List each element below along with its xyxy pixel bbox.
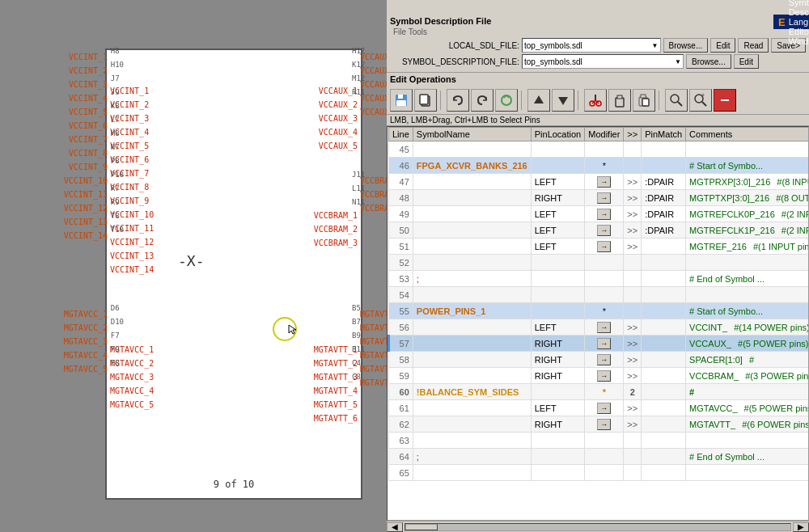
cell-modifier: → — [585, 206, 624, 222]
cell-comments: VCCAUX_#(5 POWER pins) — [686, 336, 809, 352]
cell-pinmatch — [642, 433, 686, 449]
up-toolbar-btn[interactable] — [527, 89, 550, 112]
redo-toolbar-btn[interactable] — [471, 89, 493, 112]
undo-toolbar-btn[interactable] — [447, 89, 469, 112]
local-sdl-edit-btn[interactable]: Edit — [710, 38, 735, 53]
table-row[interactable]: 52 — [389, 255, 810, 271]
scroll-thumb[interactable] — [405, 524, 438, 530]
svg-point-18 — [671, 95, 679, 103]
table-row[interactable]: 63 — [389, 433, 810, 449]
cell-symname — [413, 336, 531, 352]
cell-gtgt — [624, 141, 642, 158]
table-row[interactable]: 56LEFT→>>VCCINT_#(14 POWER pins) — [389, 319, 810, 336]
local-sdl-read-btn[interactable]: Read — [738, 38, 769, 53]
schematic-area: -X- 9 of 10 VCCINT_1 VCCINT_2 VCCINT_3 V… — [0, 0, 387, 532]
modifier-arrow-btn[interactable]: → — [597, 370, 611, 382]
table-row[interactable]: 55POWER_PINS_1*# Start of Symbo... — [389, 303, 810, 319]
modifier-arrow-btn[interactable]: → — [597, 241, 611, 252]
save-toolbar-btn[interactable] — [390, 89, 413, 112]
col-gtgt[interactable]: >> — [624, 128, 642, 141]
cell-pinmatch — [642, 368, 686, 384]
search-toolbar-btn[interactable] — [665, 89, 688, 112]
cell-modifier — [585, 271, 624, 287]
table-row[interactable]: 58RIGHT→>>SPACER[1:0]# — [389, 352, 810, 368]
cell-pinmatch — [642, 319, 686, 336]
refresh-toolbar-btn[interactable] — [495, 89, 518, 112]
table-row[interactable]: 61LEFT→>>MGTAVCC_#(5 POWER pins) — [389, 400, 810, 416]
table-row[interactable]: 57RIGHT→>>VCCAUX_#(5 POWER pins) — [389, 336, 810, 352]
sym-desc-label: SYMBOL_DESCRIPTION_FILE: — [390, 57, 519, 66]
cell-modifier — [585, 287, 624, 303]
svg-line-19 — [678, 102, 682, 106]
h-scrollbar[interactable]: ◀ ▶ — [387, 521, 809, 532]
table-row[interactable]: 47LEFT→>>:DPAIRMGTPRXP[3:0]_216#(8 INPUT… — [389, 174, 810, 190]
sym-desc-input[interactable]: top_symbols.sdl — [522, 54, 684, 69]
svg-marker-7 — [558, 97, 568, 105]
paste1-toolbar-btn[interactable] — [608, 89, 631, 112]
toolbar-sep-3 — [578, 91, 581, 110]
paste2-toolbar-btn[interactable] — [633, 89, 655, 112]
cell-line: 59 — [389, 368, 413, 384]
cell-modifier: → — [585, 368, 624, 384]
scroll-left-btn[interactable]: ◀ — [387, 522, 403, 532]
col-symname[interactable]: SymbolName — [413, 128, 531, 141]
table-row[interactable]: 50LEFT→>>:DPAIRMGTREFCLK1P_216#(2 INPUT … — [389, 222, 810, 239]
col-comments[interactable]: Comments — [686, 128, 809, 141]
table-row[interactable]: 59RIGHT→>>VCCBRAM_#(3 POWER pins) — [389, 368, 810, 384]
modifier-arrow-btn[interactable]: → — [597, 176, 611, 188]
modifier-arrow-btn[interactable]: → — [597, 354, 611, 365]
copy-toolbar-btn[interactable] — [414, 89, 437, 112]
local-sdl-browse-btn[interactable]: Browse... — [663, 38, 709, 53]
modifier-arrow-btn[interactable]: → — [597, 322, 611, 333]
cell-gtgt: >> — [624, 174, 642, 190]
col-pinmatch[interactable]: PinMatch — [642, 128, 686, 141]
col-pinloc[interactable]: PinLocation — [531, 128, 585, 141]
table-row[interactable]: 62RIGHT→>>MGTAVTT_#(6 POWER pins) — [389, 416, 810, 433]
table-container[interactable]: Line SymbolName PinLocation Modifier >> … — [387, 126, 809, 521]
table-row[interactable]: 49LEFT→>>:DPAIRMGTREFCLK0P_216#(2 INPUT … — [389, 206, 810, 222]
col-line[interactable]: Line — [389, 128, 413, 141]
cell-pinmatch: :DPAIR — [642, 190, 686, 206]
modifier-arrow-btn[interactable]: → — [597, 338, 611, 349]
table-row[interactable]: 51LEFT→>>MGTREF_216#(1 INPUT pins) — [389, 239, 810, 255]
comment-count: #(3 POWER pins) — [745, 371, 809, 381]
table-row[interactable]: 54 — [389, 287, 810, 303]
table-row[interactable]: 46FPGA_XCVR_BANKS_216*# Start of Symbo..… — [389, 158, 810, 174]
table-row[interactable]: 53;# End of Symbol ... — [389, 271, 810, 287]
comment-pinref: VCCAUX_ — [689, 339, 731, 348]
table-row[interactable]: 64;# End of Symbol ... — [389, 449, 810, 465]
table-row[interactable]: 45 — [389, 141, 810, 158]
search2-toolbar-btn[interactable]: + — [689, 89, 712, 112]
down-toolbar-btn[interactable] — [552, 89, 574, 112]
modifier-arrow-btn[interactable]: → — [597, 192, 611, 204]
modifier-arrow-btn[interactable]: → — [597, 403, 611, 414]
cell-pinloc — [531, 158, 585, 174]
table-row[interactable]: 60!BALANCE_SYM_SIDES*2# — [389, 384, 810, 400]
scroll-right-btn[interactable]: ▶ — [793, 522, 809, 532]
col-modifier[interactable]: Modifier — [585, 128, 624, 141]
cell-modifier: → — [585, 352, 624, 368]
toolbar-sep-1 — [440, 91, 443, 110]
comment-count: #(1 INPUT pins) — [753, 242, 809, 251]
modifier-arrow-btn[interactable]: → — [597, 419, 611, 430]
svg-rect-17 — [642, 99, 649, 106]
modifier-arrow-btn[interactable]: → — [597, 209, 611, 220]
table-row[interactable]: 48RIGHT→>>:DPAIRMGTPTXP[3:0]_216#(8 OUTP… — [389, 190, 810, 206]
cell-line: 53 — [389, 271, 413, 287]
cell-modifier: * — [585, 303, 624, 319]
sym-desc-edit-btn[interactable]: Edit — [734, 54, 759, 69]
comment-pinref: MGTREF_216 — [689, 242, 747, 251]
toolbar-sep-2 — [521, 91, 524, 110]
right-panel: E Symbol Description Language Editor Win… — [387, 15, 809, 532]
cell-symname — [413, 319, 531, 336]
comment-pinref: VCCINT_ — [689, 323, 727, 332]
local-sdl-input[interactable]: top_symbols.sdl — [522, 38, 661, 53]
cell-gtgt: >> — [624, 190, 642, 206]
sym-desc-browse-btn[interactable]: Browse... — [686, 54, 731, 69]
table-row[interactable]: 65 — [389, 465, 810, 481]
settings-toolbar-btn[interactable] — [714, 89, 736, 112]
cut-toolbar-btn[interactable] — [584, 89, 607, 112]
cell-pinmatch — [642, 255, 686, 271]
modifier-arrow-btn[interactable]: → — [597, 225, 611, 236]
cell-gtgt — [624, 271, 642, 287]
